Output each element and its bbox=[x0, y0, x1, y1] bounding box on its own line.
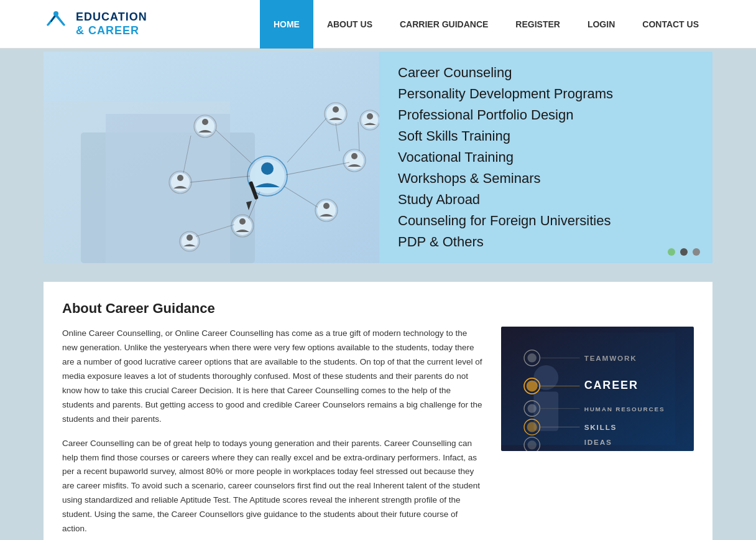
svg-point-50 bbox=[527, 380, 538, 391]
nav-contact[interactable]: CONTACT US bbox=[629, 0, 712, 49]
dot-2[interactable] bbox=[680, 248, 688, 256]
service-item-8: Counseling for Foreign Universities bbox=[398, 210, 694, 231]
service-item-2: Personality Development Programs bbox=[398, 83, 694, 105]
svg-point-52 bbox=[527, 404, 536, 412]
svg-point-19 bbox=[177, 175, 183, 181]
hero-slider: Career Counseling Personality Developmen… bbox=[44, 52, 712, 263]
svg-point-25 bbox=[323, 203, 330, 209]
hero-image bbox=[44, 52, 379, 263]
service-item-3: Professional Portfolio Design bbox=[398, 105, 694, 126]
svg-point-54 bbox=[527, 422, 537, 432]
svg-text:HUMAN RESOURCES: HUMAN RESOURCES bbox=[584, 406, 665, 412]
svg-point-31 bbox=[367, 113, 373, 119]
nav-login[interactable]: LOGIN bbox=[574, 0, 629, 49]
svg-point-56 bbox=[527, 440, 536, 449]
nav-register[interactable]: REGISTER bbox=[502, 0, 574, 49]
hero-svg bbox=[44, 52, 379, 263]
services-list: Career Counseling Personality Developmen… bbox=[398, 62, 694, 253]
about-para-1: Online Career Counselling, or Online Car… bbox=[62, 327, 482, 427]
main-content: About Career Guidance Online Career Coun… bbox=[44, 282, 712, 540]
slider-dots bbox=[668, 248, 700, 256]
svg-point-16 bbox=[351, 153, 357, 159]
header: EDUCATION & CAREER HOME ABOUT US CARRIER… bbox=[0, 0, 756, 49]
logo-area: EDUCATION & CAREER bbox=[44, 9, 147, 39]
dot-3[interactable] bbox=[693, 248, 700, 256]
about-para-2: Career Counselling can be of great help … bbox=[62, 437, 482, 537]
career-svg: TEAMWORK CAREER HUMAN RESOURCES SKILLS I… bbox=[501, 327, 675, 451]
hero-panel: Career Counseling Personality Developmen… bbox=[379, 52, 712, 263]
svg-rect-4 bbox=[106, 114, 230, 263]
svg-text:IDEAS: IDEAS bbox=[584, 438, 612, 446]
svg-point-48 bbox=[527, 353, 536, 362]
svg-text:TEAMWORK: TEAMWORK bbox=[584, 354, 637, 362]
nav-about[interactable]: ABOUT US bbox=[313, 0, 386, 49]
svg-text:SKILLS: SKILLS bbox=[584, 423, 617, 431]
section-title: About Career Guidance bbox=[62, 300, 694, 317]
svg-point-22 bbox=[239, 218, 246, 225]
service-item-6: Workshops & Seminars bbox=[398, 168, 694, 189]
logo-icon bbox=[44, 9, 70, 39]
logo-education: EDUCATION bbox=[76, 11, 147, 24]
svg-point-10 bbox=[202, 119, 208, 125]
logo-career: & CAREER bbox=[76, 24, 147, 38]
logo-text: EDUCATION & CAREER bbox=[76, 11, 147, 37]
career-image: TEAMWORK CAREER HUMAN RESOURCES SKILLS I… bbox=[501, 327, 694, 451]
content-row: Online Career Counselling, or Online Car… bbox=[62, 327, 694, 540]
hero-wrapper: Career Counseling Personality Developmen… bbox=[44, 52, 712, 263]
service-item-4: Soft Skills Training bbox=[398, 126, 694, 147]
svg-point-28 bbox=[187, 235, 193, 241]
nav-carrier[interactable]: CARRIER GUIDANCE bbox=[386, 0, 502, 49]
text-column: Online Career Counselling, or Online Car… bbox=[62, 327, 482, 540]
svg-point-13 bbox=[333, 106, 339, 113]
service-item-1: Career Counseling bbox=[398, 62, 694, 83]
service-item-9: PDP & Others bbox=[398, 231, 694, 253]
svg-text:CAREER: CAREER bbox=[584, 379, 638, 391]
svg-point-7 bbox=[261, 162, 274, 175]
svg-rect-46 bbox=[533, 392, 558, 431]
image-column: TEAMWORK CAREER HUMAN RESOURCES SKILLS I… bbox=[501, 327, 694, 540]
nav-home[interactable]: HOME bbox=[260, 0, 313, 49]
dot-1[interactable] bbox=[668, 248, 675, 256]
svg-point-0 bbox=[53, 11, 58, 16]
main-nav: HOME ABOUT US CARRIER GUIDANCE REGISTER … bbox=[260, 0, 712, 48]
service-item-5: Vocational Training bbox=[398, 147, 694, 168]
service-item-7: Study Abroad bbox=[398, 189, 694, 210]
